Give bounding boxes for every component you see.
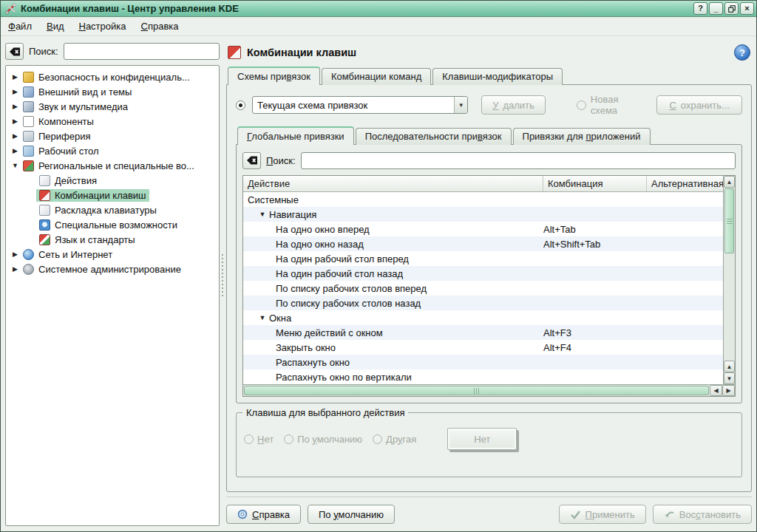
sidebar-item[interactable]: ▶Внешний вид и темы: [7, 84, 217, 99]
bindings-clear-search-button[interactable]: [242, 152, 261, 169]
save-scheme-button[interactable]: Сохранить...: [656, 95, 742, 115]
inner-tab-2[interactable]: Привязки для приложений: [513, 128, 651, 145]
column-alternate[interactable]: Альтернативная: [647, 176, 723, 191]
table-row[interactable]: На один рабочий стол вперед: [243, 251, 723, 266]
scroll-up-icon-2[interactable]: ▲: [724, 361, 735, 372]
horizontal-scrollbar[interactable]: ◀ ▶: [243, 384, 735, 396]
window-restore-button[interactable]: [724, 2, 739, 15]
chevron-down-icon[interactable]: ▼: [454, 97, 467, 113]
inner-tab-0[interactable]: Глобальные привязки: [237, 126, 354, 145]
horizontal-scrollbar-thumb[interactable]: [244, 386, 709, 395]
sidebar-item[interactable]: ▶Периферия: [7, 129, 217, 143]
vertical-scrollbar-thumb[interactable]: [724, 188, 734, 253]
scroll-up-icon[interactable]: ▲: [724, 176, 735, 188]
sidebar-item[interactable]: ▶Действия: [7, 173, 217, 188]
tree-item-body[interactable]: Действия: [36, 174, 100, 187]
bindings-search-input[interactable]: [301, 152, 736, 169]
expander-icon[interactable]: ▼: [258, 211, 267, 218]
sidebar-item[interactable]: ▶Раскладка клавиатуры: [7, 202, 217, 217]
current-scheme-radio[interactable]: [236, 100, 245, 110]
tree-item-body[interactable]: Внешний вид и темы: [20, 86, 135, 98]
key-radio-1[interactable]: [284, 434, 293, 444]
scroll-right-icon[interactable]: ▶: [722, 385, 735, 396]
table-row[interactable]: На один рабочий стол назад: [243, 266, 723, 281]
apply-button[interactable]: Применить: [559, 505, 646, 524]
sidebar-item[interactable]: ▶Язык и стандарты: [7, 232, 217, 247]
chevron-right-icon[interactable]: ▶: [10, 103, 20, 110]
chevron-right-icon[interactable]: ▶: [10, 132, 20, 140]
tree-item-body[interactable]: Язык и стандарты: [36, 233, 138, 246]
table-row[interactable]: Распахнуть окно по вертикали: [243, 369, 723, 384]
window-close-button[interactable]: ×: [740, 2, 754, 15]
delete-scheme-button[interactable]: Удалить: [481, 95, 546, 115]
chevron-right-icon[interactable]: ▶: [10, 250, 20, 258]
expander-icon[interactable]: ▼: [258, 314, 267, 321]
table-row[interactable]: На одно окно назадAlt+Shift+Tab: [243, 236, 723, 251]
sidebar-item[interactable]: ▼Региональные и специальные во...: [7, 158, 217, 173]
menu-item-1[interactable]: Вид: [47, 21, 64, 32]
vertical-scrollbar[interactable]: ▲ ▲ ▼: [723, 176, 735, 384]
chevron-right-icon[interactable]: ▶: [10, 147, 20, 154]
table-header[interactable]: Действие Комбинация Альтернативная: [243, 176, 723, 192]
menu-item-3[interactable]: Справка: [141, 21, 179, 32]
table-row[interactable]: Системные: [243, 192, 723, 207]
menu-item-0[interactable]: Файл: [8, 21, 32, 32]
vertical-scrollbar-trough[interactable]: [724, 254, 735, 361]
reset-button[interactable]: Восстановить: [653, 505, 752, 524]
window-minimize-button[interactable]: _: [709, 2, 723, 15]
sidebar-item[interactable]: ▶Системное администрирование: [7, 262, 217, 276]
table-row[interactable]: По списку рабочих столов назад: [243, 296, 723, 310]
table-row[interactable]: Закрыть окноAlt+F4: [243, 340, 723, 355]
tree-item-body[interactable]: Безопасность и конфиденциаль...: [20, 71, 193, 83]
module-help-button[interactable]: ?: [734, 44, 750, 61]
window-help-button[interactable]: ?: [693, 2, 707, 15]
tree-item-body[interactable]: Комбинации клавиш: [36, 189, 149, 202]
tree-item-body[interactable]: Специальные возможности: [36, 219, 180, 231]
scroll-left-icon[interactable]: ◀: [710, 385, 722, 396]
sidebar-item[interactable]: ▶Специальные возможности: [7, 217, 217, 232]
tree-item-body[interactable]: Компоненты: [20, 115, 97, 128]
tree-item-body[interactable]: Региональные и специальные во...: [20, 160, 197, 172]
table-row[interactable]: По списку рабочих столов вперед: [243, 281, 723, 296]
sidebar-item[interactable]: ▶Компоненты: [7, 114, 217, 129]
tab-0[interactable]: Схемы привязок: [228, 66, 320, 85]
chevron-right-icon[interactable]: ▶: [10, 265, 20, 273]
scroll-down-icon[interactable]: ▼: [724, 372, 735, 384]
sidebar-clear-search-button[interactable]: [5, 43, 24, 60]
defaults-button[interactable]: По умолчанию: [308, 505, 395, 524]
table-row[interactable]: ▼Навигация: [243, 207, 723, 222]
chevron-down-icon[interactable]: ▼: [10, 162, 20, 169]
tab-2[interactable]: Клавиши-модификаторы: [432, 68, 563, 85]
sidebar-item[interactable]: ▶Рабочий стол: [7, 143, 217, 158]
chevron-right-icon[interactable]: ▶: [10, 88, 20, 95]
table-row[interactable]: Распахнуть окно: [243, 355, 723, 369]
panel-splitter[interactable]: [220, 40, 225, 526]
tree-item-body[interactable]: Периферия: [20, 130, 94, 143]
sidebar-item[interactable]: ▶Сеть и Интернет: [7, 247, 217, 262]
sidebar-item[interactable]: ▶Комбинации клавиш: [7, 188, 217, 202]
new-scheme-radio[interactable]: [577, 100, 586, 110]
menu-item-2[interactable]: Настройка: [79, 21, 126, 32]
key-capture-button[interactable]: Нет: [447, 428, 517, 450]
tree-item-body[interactable]: Раскладка клавиатуры: [36, 204, 160, 216]
column-action[interactable]: Действие: [243, 176, 543, 191]
key-radio-0[interactable]: [244, 434, 254, 444]
table-row[interactable]: На одно окно впередAlt+Tab: [243, 222, 723, 236]
titlebar[interactable]: Комбинации клавиш - Центр управления KDE…: [1, 1, 756, 17]
table-row[interactable]: ▼Окна: [243, 310, 723, 325]
key-radio-2[interactable]: [373, 434, 382, 444]
column-shortcut[interactable]: Комбинация: [543, 176, 647, 191]
scheme-combobox[interactable]: Текущая схема привязок ▼: [252, 96, 468, 114]
tree-item-body[interactable]: Системное администрирование: [20, 263, 184, 276]
tree-item-body[interactable]: Звук и мультимедиа: [20, 100, 131, 113]
tree-item-body[interactable]: Сеть и Интернет: [20, 248, 115, 261]
chevron-right-icon[interactable]: ▶: [10, 117, 20, 125]
help-button[interactable]: Справка: [226, 505, 301, 524]
chevron-right-icon[interactable]: ▶: [10, 73, 20, 81]
sidebar-item[interactable]: ▶Безопасность и конфиденциаль...: [7, 69, 217, 84]
table-row[interactable]: Меню действий с окномAlt+F3: [243, 325, 723, 340]
tree-item-body[interactable]: Рабочий стол: [20, 145, 102, 157]
tab-1[interactable]: Комбинации команд: [322, 68, 431, 85]
sidebar-item[interactable]: ▶Звук и мультимедиа: [7, 99, 217, 114]
sidebar-search-input[interactable]: [64, 43, 220, 60]
